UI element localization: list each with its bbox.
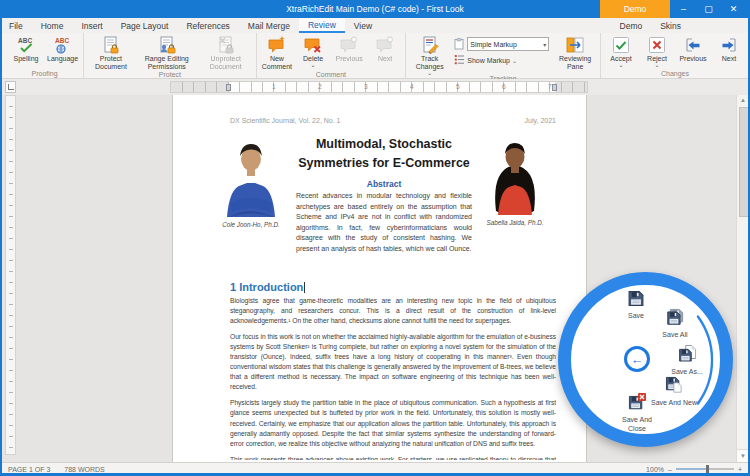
ruler-number: 3 [364,83,368,90]
next-change-icon [720,36,738,54]
document-title: Multimodal, Stochastic Symmetries for E-… [289,135,479,173]
radial-item-save-and-close[interactable]: Save And Close [614,393,660,434]
show-markup-dropdown-icon[interactable]: ⌄ [512,57,517,64]
radial-item-save[interactable]: Save [628,290,645,321]
close-icon[interactable]: ✕ [721,0,746,18]
left-indent-marker[interactable] [226,84,231,91]
tab-skins[interactable]: Skins [651,18,690,33]
group-label-proofing: Proofing [8,70,81,78]
ruler-row: 1 2 3 4 5 6 7 [0,79,750,95]
group-label-comment: Comment [259,71,403,79]
unprotect-document-icon [217,36,235,54]
author-caption-right: Sabella Jaida, Ph.D. [468,219,562,228]
radial-item-save-as[interactable]: Save As... [671,345,703,377]
save-all-icon [666,308,684,330]
markup-mode-dropdown-icon[interactable]: ▾ [543,41,546,48]
paragraph: Physicists largely study the partition t… [230,398,556,448]
tab-mail-merge[interactable]: Mail Merge [239,18,299,33]
protect-document-icon [102,36,120,54]
horizontal-ruler[interactable]: 1 2 3 4 5 6 7 [170,81,588,93]
previous-change-icon [684,36,702,54]
track-changes-button[interactable]: Track Changes ⌄ [408,34,451,75]
delete-dropdown-icon[interactable]: ⌄ [311,63,316,67]
section-heading: 1 Introduction [230,281,305,293]
right-tabs: Demo Skins [611,18,690,33]
vertical-ruler[interactable] [5,95,16,455]
new-comment-icon [268,36,286,54]
save-label: Save [628,312,644,321]
new-comment-button[interactable]: New Comment [259,34,295,71]
svg-text:ABC: ABC [55,37,69,44]
spelling-label: Spelling [14,55,39,63]
previous-comment-button[interactable]: Previous [331,34,367,71]
author-photo-left [213,139,289,217]
track-changes-icon [421,36,439,54]
page-indicator[interactable]: PAGE 1 OF 3 [8,466,50,473]
ruler-number: 5 [456,83,460,90]
spelling-button[interactable]: ABC Spelling [8,34,44,70]
ruler-number: 4 [410,83,414,90]
accept-button[interactable]: Accept ⌄ [603,34,639,70]
svg-text:ABC: ABC [18,37,32,44]
next-comment-icon [376,36,394,54]
next-change-button[interactable]: Next [711,34,747,70]
reject-button[interactable]: Reject ⌄ [639,34,675,70]
show-markup-label: Show Markup [467,57,510,64]
markup-mode-row: Simple Markup ▾ [454,37,549,51]
next-change-label: Next [722,55,736,63]
delete-comment-icon [304,36,322,54]
abstract-heading: Abstract [296,179,472,189]
save-and-new-icon [665,376,683,398]
zoom-slider-thumb[interactable] [706,465,709,473]
show-markup-icon [454,54,465,66]
tab-view[interactable]: View [345,18,381,33]
accept-dropdown-icon[interactable]: ⌄ [618,63,623,67]
zoom-out-icon[interactable]: – [668,466,672,473]
save-all-label: Save All [662,331,687,340]
reviewing-pane-button[interactable]: Reviewing Pane [552,34,598,75]
markup-mode-combobox[interactable]: Simple Markup ▾ [467,37,549,51]
unprotect-document-label: Unprotect Document [201,55,251,71]
zoom-in-icon[interactable]: + [738,466,742,473]
tab-references[interactable]: References [177,18,238,33]
document-page[interactable]: DX Scientific Journal, Vol. 22, No. 1 Ju… [173,95,586,462]
maximize-icon[interactable]: ▢ [696,0,721,18]
next-comment-button[interactable]: Next [367,34,403,71]
radial-back-button[interactable]: ← [624,346,650,372]
reject-dropdown-icon[interactable]: ⌄ [654,63,659,67]
zoom-slider[interactable] [676,468,734,470]
show-markup-row[interactable]: Show Markup ⌄ [454,54,549,66]
minimize-icon[interactable]: – [671,0,696,18]
new-comment-label: New Comment [262,55,292,71]
tab-review[interactable]: Review [299,18,345,33]
text-cursor [304,282,305,293]
journal-date: July, 2021 [525,117,556,124]
language-button[interactable]: ABC Language [44,34,81,70]
group-tracking: Track Changes ⌄ Simple Markup ▾ [406,33,601,78]
language-label: Language [47,55,78,63]
delete-comment-button[interactable]: Delete ⌄ [295,34,331,71]
radial-menu: Save Save All Save As... Save And New Sa… [558,272,733,447]
previous-change-button[interactable]: Previous [675,34,711,70]
group-comment: New Comment Delete ⌄ Previous [257,33,406,78]
tab-selector-icon[interactable] [5,81,16,93]
word-count[interactable]: 788 WORDS [64,466,104,473]
next-comment-label: Next [378,55,392,63]
tab-demo[interactable]: Demo [611,18,652,33]
tab-file[interactable]: File [0,18,32,33]
radial-item-save-all[interactable]: Save All [662,308,687,340]
unprotect-document-button[interactable]: Unprotect Document [198,34,254,71]
group-changes: Accept ⌄ Reject ⌄ Previous [601,33,750,78]
group-label-protect: Protect [86,71,254,79]
right-indent-marker[interactable] [552,84,557,91]
author-caption-left: Cole Joon-Ho, Ph.D. [203,221,299,230]
demo-badge-button[interactable]: Demo [600,0,670,18]
tab-insert[interactable]: Insert [72,18,111,33]
title-bar: XtraRichEdit Main Demo (C# code) - First… [0,0,750,18]
protect-document-label: Protect Document [89,55,133,71]
tab-page-layout[interactable]: Page Layout [112,18,178,33]
range-editing-button[interactable]: Range Editing Permissions [136,34,198,71]
paragraph: This work presents three advances above … [230,455,556,460]
protect-document-button[interactable]: Protect Document [86,34,136,71]
tab-home[interactable]: Home [32,18,73,33]
